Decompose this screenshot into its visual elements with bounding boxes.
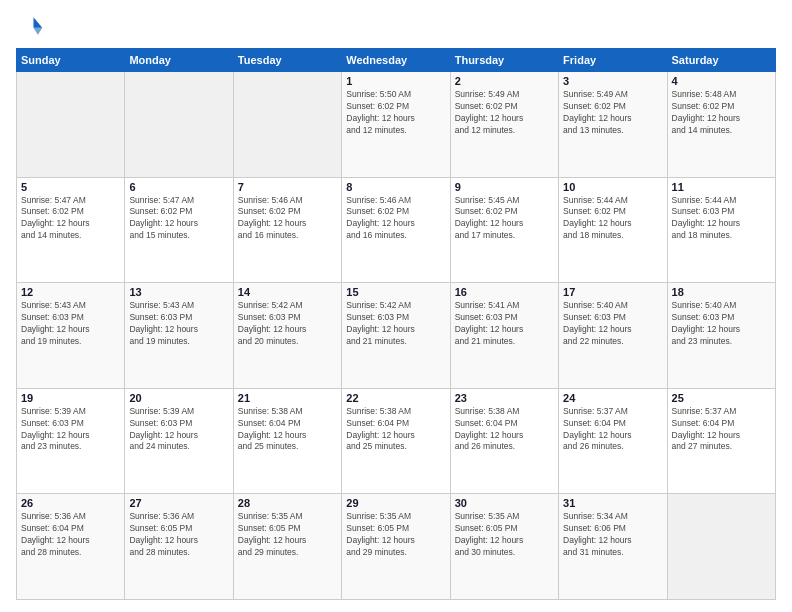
- day-number: 25: [672, 392, 771, 404]
- day-number: 2: [455, 75, 554, 87]
- calendar-cell: 8Sunrise: 5:46 AMSunset: 6:02 PMDaylight…: [342, 177, 450, 283]
- svg-marker-1: [34, 28, 43, 35]
- day-header-wednesday: Wednesday: [342, 49, 450, 72]
- day-info: Sunrise: 5:50 AMSunset: 6:02 PMDaylight:…: [346, 89, 445, 137]
- day-number: 27: [129, 497, 228, 509]
- day-info: Sunrise: 5:37 AMSunset: 6:04 PMDaylight:…: [563, 406, 662, 454]
- day-info: Sunrise: 5:38 AMSunset: 6:04 PMDaylight:…: [238, 406, 337, 454]
- calendar-cell: 4Sunrise: 5:48 AMSunset: 6:02 PMDaylight…: [667, 72, 775, 178]
- day-info: Sunrise: 5:42 AMSunset: 6:03 PMDaylight:…: [238, 300, 337, 348]
- day-number: 30: [455, 497, 554, 509]
- day-number: 19: [21, 392, 120, 404]
- day-header-friday: Friday: [559, 49, 667, 72]
- day-info: Sunrise: 5:46 AMSunset: 6:02 PMDaylight:…: [346, 195, 445, 243]
- calendar-cell: 9Sunrise: 5:45 AMSunset: 6:02 PMDaylight…: [450, 177, 558, 283]
- calendar-cell: 3Sunrise: 5:49 AMSunset: 6:02 PMDaylight…: [559, 72, 667, 178]
- calendar-cell: 19Sunrise: 5:39 AMSunset: 6:03 PMDayligh…: [17, 388, 125, 494]
- day-number: 14: [238, 286, 337, 298]
- day-info: Sunrise: 5:35 AMSunset: 6:05 PMDaylight:…: [455, 511, 554, 559]
- week-row-5: 26Sunrise: 5:36 AMSunset: 6:04 PMDayligh…: [17, 494, 776, 600]
- calendar-cell: [233, 72, 341, 178]
- calendar-cell: 2Sunrise: 5:49 AMSunset: 6:02 PMDaylight…: [450, 72, 558, 178]
- calendar-cell: 17Sunrise: 5:40 AMSunset: 6:03 PMDayligh…: [559, 283, 667, 389]
- calendar-cell: [667, 494, 775, 600]
- day-header-thursday: Thursday: [450, 49, 558, 72]
- calendar-cell: 5Sunrise: 5:47 AMSunset: 6:02 PMDaylight…: [17, 177, 125, 283]
- day-header-sunday: Sunday: [17, 49, 125, 72]
- day-info: Sunrise: 5:37 AMSunset: 6:04 PMDaylight:…: [672, 406, 771, 454]
- day-info: Sunrise: 5:48 AMSunset: 6:02 PMDaylight:…: [672, 89, 771, 137]
- day-info: Sunrise: 5:45 AMSunset: 6:02 PMDaylight:…: [455, 195, 554, 243]
- week-row-2: 5Sunrise: 5:47 AMSunset: 6:02 PMDaylight…: [17, 177, 776, 283]
- calendar-header-row: SundayMondayTuesdayWednesdayThursdayFrid…: [17, 49, 776, 72]
- day-info: Sunrise: 5:43 AMSunset: 6:03 PMDaylight:…: [129, 300, 228, 348]
- day-number: 7: [238, 181, 337, 193]
- calendar-cell: 15Sunrise: 5:42 AMSunset: 6:03 PMDayligh…: [342, 283, 450, 389]
- day-number: 16: [455, 286, 554, 298]
- week-row-4: 19Sunrise: 5:39 AMSunset: 6:03 PMDayligh…: [17, 388, 776, 494]
- week-row-3: 12Sunrise: 5:43 AMSunset: 6:03 PMDayligh…: [17, 283, 776, 389]
- calendar-cell: 14Sunrise: 5:42 AMSunset: 6:03 PMDayligh…: [233, 283, 341, 389]
- day-number: 3: [563, 75, 662, 87]
- day-info: Sunrise: 5:44 AMSunset: 6:02 PMDaylight:…: [563, 195, 662, 243]
- day-info: Sunrise: 5:38 AMSunset: 6:04 PMDaylight:…: [346, 406, 445, 454]
- day-number: 20: [129, 392, 228, 404]
- calendar-cell: 20Sunrise: 5:39 AMSunset: 6:03 PMDayligh…: [125, 388, 233, 494]
- calendar-cell: 6Sunrise: 5:47 AMSunset: 6:02 PMDaylight…: [125, 177, 233, 283]
- day-number: 5: [21, 181, 120, 193]
- day-number: 12: [21, 286, 120, 298]
- calendar-cell: 10Sunrise: 5:44 AMSunset: 6:02 PMDayligh…: [559, 177, 667, 283]
- day-info: Sunrise: 5:42 AMSunset: 6:03 PMDaylight:…: [346, 300, 445, 348]
- day-number: 6: [129, 181, 228, 193]
- day-number: 28: [238, 497, 337, 509]
- calendar-cell: [17, 72, 125, 178]
- day-number: 1: [346, 75, 445, 87]
- day-info: Sunrise: 5:43 AMSunset: 6:03 PMDaylight:…: [21, 300, 120, 348]
- week-row-1: 1Sunrise: 5:50 AMSunset: 6:02 PMDaylight…: [17, 72, 776, 178]
- calendar-cell: 1Sunrise: 5:50 AMSunset: 6:02 PMDaylight…: [342, 72, 450, 178]
- day-info: Sunrise: 5:39 AMSunset: 6:03 PMDaylight:…: [129, 406, 228, 454]
- day-number: 23: [455, 392, 554, 404]
- day-info: Sunrise: 5:34 AMSunset: 6:06 PMDaylight:…: [563, 511, 662, 559]
- calendar-cell: 23Sunrise: 5:38 AMSunset: 6:04 PMDayligh…: [450, 388, 558, 494]
- calendar: SundayMondayTuesdayWednesdayThursdayFrid…: [16, 48, 776, 600]
- svg-marker-0: [34, 17, 43, 28]
- calendar-cell: [125, 72, 233, 178]
- day-number: 15: [346, 286, 445, 298]
- day-info: Sunrise: 5:36 AMSunset: 6:04 PMDaylight:…: [21, 511, 120, 559]
- day-header-tuesday: Tuesday: [233, 49, 341, 72]
- day-number: 9: [455, 181, 554, 193]
- calendar-cell: 30Sunrise: 5:35 AMSunset: 6:05 PMDayligh…: [450, 494, 558, 600]
- calendar-cell: 16Sunrise: 5:41 AMSunset: 6:03 PMDayligh…: [450, 283, 558, 389]
- logo: [16, 12, 48, 40]
- calendar-cell: 12Sunrise: 5:43 AMSunset: 6:03 PMDayligh…: [17, 283, 125, 389]
- page: SundayMondayTuesdayWednesdayThursdayFrid…: [0, 0, 792, 612]
- day-info: Sunrise: 5:49 AMSunset: 6:02 PMDaylight:…: [563, 89, 662, 137]
- day-info: Sunrise: 5:36 AMSunset: 6:05 PMDaylight:…: [129, 511, 228, 559]
- day-info: Sunrise: 5:44 AMSunset: 6:03 PMDaylight:…: [672, 195, 771, 243]
- day-info: Sunrise: 5:40 AMSunset: 6:03 PMDaylight:…: [672, 300, 771, 348]
- day-info: Sunrise: 5:46 AMSunset: 6:02 PMDaylight:…: [238, 195, 337, 243]
- calendar-cell: 29Sunrise: 5:35 AMSunset: 6:05 PMDayligh…: [342, 494, 450, 600]
- calendar-cell: 21Sunrise: 5:38 AMSunset: 6:04 PMDayligh…: [233, 388, 341, 494]
- day-info: Sunrise: 5:41 AMSunset: 6:03 PMDaylight:…: [455, 300, 554, 348]
- day-number: 29: [346, 497, 445, 509]
- day-number: 8: [346, 181, 445, 193]
- day-info: Sunrise: 5:35 AMSunset: 6:05 PMDaylight:…: [238, 511, 337, 559]
- day-number: 4: [672, 75, 771, 87]
- day-info: Sunrise: 5:35 AMSunset: 6:05 PMDaylight:…: [346, 511, 445, 559]
- day-info: Sunrise: 5:47 AMSunset: 6:02 PMDaylight:…: [21, 195, 120, 243]
- day-number: 11: [672, 181, 771, 193]
- logo-icon: [16, 12, 44, 40]
- day-number: 31: [563, 497, 662, 509]
- day-number: 10: [563, 181, 662, 193]
- calendar-cell: 25Sunrise: 5:37 AMSunset: 6:04 PMDayligh…: [667, 388, 775, 494]
- calendar-cell: 7Sunrise: 5:46 AMSunset: 6:02 PMDaylight…: [233, 177, 341, 283]
- day-info: Sunrise: 5:38 AMSunset: 6:04 PMDaylight:…: [455, 406, 554, 454]
- calendar-cell: 31Sunrise: 5:34 AMSunset: 6:06 PMDayligh…: [559, 494, 667, 600]
- day-number: 18: [672, 286, 771, 298]
- calendar-cell: 28Sunrise: 5:35 AMSunset: 6:05 PMDayligh…: [233, 494, 341, 600]
- day-number: 22: [346, 392, 445, 404]
- day-info: Sunrise: 5:40 AMSunset: 6:03 PMDaylight:…: [563, 300, 662, 348]
- calendar-cell: 22Sunrise: 5:38 AMSunset: 6:04 PMDayligh…: [342, 388, 450, 494]
